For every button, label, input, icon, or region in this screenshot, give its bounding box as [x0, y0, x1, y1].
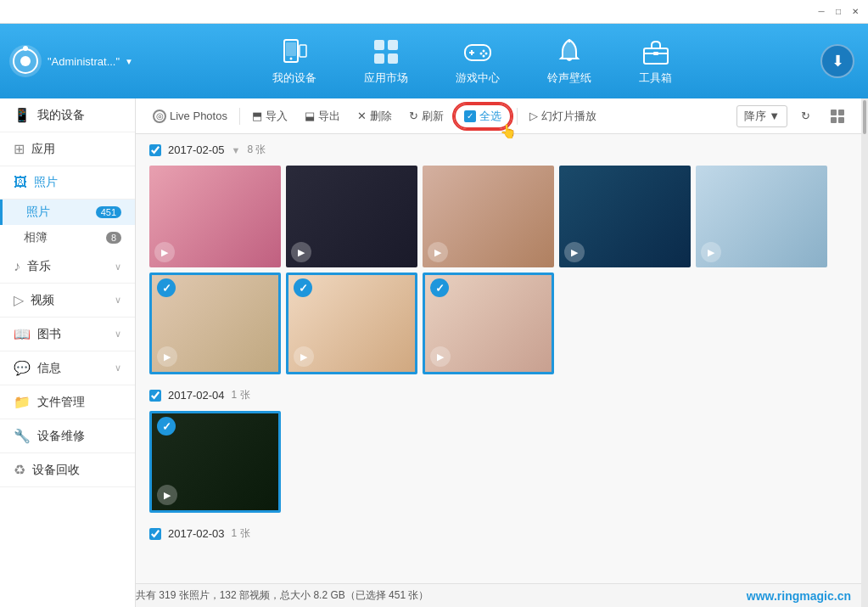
grid-view-button[interactable]: [824, 106, 851, 126]
photo-thumb-2-1[interactable]: ✓ ▶: [149, 411, 281, 513]
download-button[interactable]: ⬇: [820, 44, 854, 78]
date-checkbox-1[interactable]: [149, 144, 161, 156]
sidebar-item-device-recycle[interactable]: ♻ 设备回收: [0, 453, 135, 487]
divider-2: [517, 108, 518, 125]
svg-rect-5: [286, 42, 296, 56]
svg-point-3: [23, 46, 28, 51]
header-right: ⬇: [800, 44, 868, 78]
content-area: ◎ Live Photos ⬒ 导入 ⬓ 导出 ✕ 删除 ↻ 刷: [136, 98, 861, 607]
folder-icon: 📁: [14, 394, 31, 410]
svg-rect-21: [644, 48, 668, 64]
sidebar-item-device-repair[interactable]: 🔧 设备维修: [0, 419, 135, 453]
sort-label: 降序: [744, 109, 766, 124]
photo-thumb-1-5[interactable]: ▶: [696, 166, 827, 267]
sidebar-item-my-device[interactable]: 📱 我的设备: [0, 98, 135, 132]
sidebar-item-messages[interactable]: 💬 信息 ∨: [0, 351, 135, 385]
book-icon: 📖: [14, 326, 31, 342]
sidebar-item-apps[interactable]: ⊞ 应用: [0, 132, 135, 166]
photos-badge: 451: [96, 206, 121, 218]
photo-area[interactable]: 2017-02-05 ▼ 8 张 ▶ ▶ ▶ ▶: [136, 134, 861, 583]
export-button[interactable]: ⬓ 导出: [298, 105, 347, 127]
play-icon[interactable]: ▶: [291, 242, 311, 262]
date-text-3: 2017-02-03: [168, 527, 225, 540]
select-all-label: 全选: [479, 109, 501, 124]
play-icon[interactable]: ▶: [430, 346, 451, 367]
main-layout: 📱 我的设备 ⊞ 应用 🖼 照片 照片 451 相簿 8 ♪ 音乐 ∨ ▷ 视频…: [0, 98, 868, 607]
chevron-down-icon[interactable]: ▼: [125, 57, 133, 66]
message-icon: 💬: [14, 360, 31, 376]
sort-button[interactable]: 降序 ▼: [736, 105, 787, 127]
sidebar-item-video[interactable]: ▷ 视频 ∨: [0, 284, 135, 318]
sidebar-item-photos[interactable]: 🖼 照片: [0, 166, 135, 200]
svg-rect-7: [300, 45, 306, 57]
photo-thumb-1-8[interactable]: ✓ ▶: [423, 273, 554, 374]
sidebar-sub-albums[interactable]: 相簿 8: [0, 225, 135, 250]
select-all-button[interactable]: ✓ 全选 👆: [454, 104, 512, 129]
scrollbar-track[interactable]: [861, 98, 868, 607]
refresh-button[interactable]: ↻ 刷新: [402, 105, 451, 127]
sidebar-item-files[interactable]: 📁 文件管理: [0, 385, 135, 419]
nav-item-toolbox[interactable]: 工具箱: [615, 28, 696, 94]
svg-rect-10: [374, 53, 384, 64]
play-icon[interactable]: ▶: [428, 242, 448, 262]
minimize-button[interactable]: ─: [815, 6, 827, 18]
nav-item-my-device[interactable]: 我的设备: [249, 28, 340, 94]
delete-button[interactable]: ✕ 删除: [350, 105, 399, 127]
sidebar-item-books[interactable]: 📖 图书 ∨: [0, 318, 135, 351]
nav-label-toolbox: 工具箱: [639, 70, 672, 86]
toolbar: ◎ Live Photos ⬒ 导入 ⬓ 导出 ✕ 删除 ↻ 刷: [136, 98, 861, 134]
nav-item-game-center[interactable]: 游戏中心: [432, 28, 524, 94]
nav-item-app-market[interactable]: 应用市场: [340, 28, 432, 94]
nav-item-ringtone[interactable]: 铃声壁纸: [524, 28, 615, 94]
apps-icon: [371, 37, 401, 67]
delete-label: 删除: [370, 109, 392, 124]
sidebar-label-device-repair: 设备维修: [37, 429, 85, 444]
import-button[interactable]: ⬒ 导入: [245, 105, 294, 127]
photo-grid-1: ▶ ▶ ▶ ▶ ▶ ✓: [149, 166, 848, 374]
restore-button[interactable]: □: [832, 6, 844, 18]
user-label: "Administrat...": [48, 55, 120, 68]
play-icon[interactable]: ▶: [294, 346, 314, 367]
photo-thumb-1-4[interactable]: ▶: [559, 166, 691, 267]
sidebar-label-apps: 应用: [31, 142, 55, 157]
chevron-icon-1[interactable]: ▼: [232, 145, 241, 155]
refresh-icon: ↻: [409, 110, 418, 122]
close-button[interactable]: ✕: [849, 6, 861, 18]
play-icon[interactable]: ▶: [157, 485, 177, 505]
photo-thumb-1-3[interactable]: ▶: [423, 166, 554, 267]
photo-thumb-1-1[interactable]: ▶: [149, 166, 281, 267]
photo-thumb-1-7[interactable]: ✓ ▶: [286, 273, 417, 374]
slideshow-button[interactable]: ▷ 幻灯片播放: [523, 105, 603, 127]
check-mark: ✓: [157, 417, 176, 436]
svg-rect-9: [388, 40, 398, 50]
header: "Administrat..." ▼ 我的设备 应用市场: [0, 24, 868, 98]
repair-icon: 🔧: [14, 428, 31, 444]
sidebar-sub-photos[interactable]: 照片 451: [0, 200, 135, 225]
sidebar-label-my-device: 我的设备: [37, 108, 85, 123]
sort-arrow-icon: ▼: [769, 110, 780, 122]
photo-thumb-1-2[interactable]: ▶: [286, 166, 417, 267]
play-icon[interactable]: ▶: [701, 242, 721, 262]
live-photos-button[interactable]: ◎ Live Photos: [146, 106, 234, 126]
import-icon: ⬒: [252, 110, 262, 122]
refresh-icon-button[interactable]: ↻: [794, 106, 817, 126]
slideshow-label: 幻灯片播放: [541, 109, 596, 124]
svg-point-19: [483, 55, 485, 58]
date-text-2: 2017-02-04: [168, 389, 225, 402]
logo-icon: [8, 44, 42, 78]
date-checkbox-3[interactable]: [149, 528, 161, 540]
sidebar-item-music[interactable]: ♪ 音乐 ∨: [0, 250, 135, 284]
date-checkbox-2[interactable]: [149, 390, 161, 402]
play-icon[interactable]: ▶: [157, 346, 177, 367]
sidebar-label-books: 图书: [37, 327, 61, 342]
sidebar-label-photos-sub: 照片: [26, 205, 50, 220]
photo-thumb-1-6[interactable]: ✓ ▶: [149, 273, 281, 374]
check-mark: ✓: [430, 278, 449, 297]
sidebar-label-files: 文件管理: [37, 395, 85, 410]
title-bar: ─ □ ✕: [0, 0, 868, 24]
svg-point-16: [483, 50, 485, 53]
play-icon[interactable]: ▶: [564, 242, 585, 262]
play-icon[interactable]: ▶: [154, 242, 175, 262]
grid-icon: [831, 110, 844, 123]
sidebar: 📱 我的设备 ⊞ 应用 🖼 照片 照片 451 相簿 8 ♪ 音乐 ∨ ▷ 视频…: [0, 98, 136, 607]
